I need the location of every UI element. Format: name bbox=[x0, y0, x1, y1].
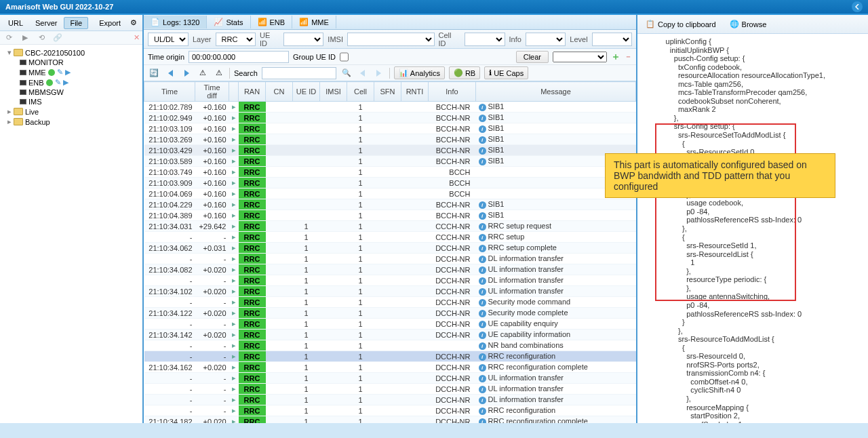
column-header[interactable]: SFN bbox=[374, 82, 401, 102]
browse-label: Browse bbox=[742, 20, 767, 28]
browse-button[interactable]: 🌐 Browse bbox=[726, 18, 771, 30]
column-header[interactable] bbox=[229, 82, 239, 102]
play-icon[interactable]: ▶ bbox=[19, 32, 31, 44]
table-row[interactable]: 21:10:03.589+0.160▸RRC1BCCH-NRiSIB1 bbox=[144, 156, 636, 167]
tree-node[interactable]: IMS bbox=[3, 97, 140, 106]
table-row[interactable]: --▸RRC11DCCH-NRiUE capability enquiry bbox=[144, 319, 636, 330]
table-row[interactable]: --▸RRC11DCCH-NRiUL information transfer bbox=[144, 384, 636, 395]
table-row[interactable]: 21:10:03.269+0.160▸RRC1BCCH-NRiSIB1 bbox=[144, 134, 636, 145]
info-icon: i bbox=[479, 201, 486, 209]
level-select[interactable] bbox=[592, 33, 632, 46]
table-row[interactable]: 21:10:04.229+0.160▸RRC1BCCH-NRiSIB1 bbox=[144, 199, 636, 210]
tree-node[interactable]: ▸Live bbox=[3, 106, 140, 117]
table-row[interactable]: 21:10:34.162+0.020▸RRC11DCCH-NRiRRC reco… bbox=[144, 362, 636, 373]
table-row[interactable]: --▸RRC11DCCH-NRiSecurity mode command bbox=[144, 297, 636, 308]
table-row[interactable]: --▸RRC11DCCH-NRiUL information transfer bbox=[144, 373, 636, 384]
tree-label: MBMSGW bbox=[28, 88, 64, 96]
table-row[interactable]: 21:10:03.909+0.160▸RRC1BCCH bbox=[144, 178, 636, 188]
refresh-icon[interactable]: ⟳ bbox=[3, 32, 15, 44]
column-header[interactable]: RAN bbox=[239, 82, 266, 102]
table-row[interactable]: 21:10:34.142+0.020▸RRC11DCCH-NRiUE capab… bbox=[144, 330, 636, 340]
nav-fwd-icon[interactable] bbox=[180, 67, 193, 79]
tab-mme[interactable]: 📶 MME bbox=[292, 16, 336, 28]
gear-icon[interactable]: ⚙ bbox=[127, 17, 140, 29]
tree-node[interactable]: ▾CBC-2021050100 bbox=[3, 47, 140, 58]
cell-select[interactable] bbox=[465, 33, 505, 46]
tree-node[interactable]: MBMSGW bbox=[3, 87, 140, 97]
column-header[interactable]: Info bbox=[429, 82, 476, 102]
uecaps-button[interactable]: ℹ UE Caps bbox=[484, 66, 528, 79]
ueid-select[interactable] bbox=[283, 33, 323, 46]
table-row[interactable]: 21:10:03.429+0.160▸RRC1BCCH-NRiSIB1 bbox=[144, 145, 636, 156]
code-view[interactable]: uplinkConfig { initialUplinkBWP { pusch-… bbox=[637, 34, 868, 423]
nav-back-icon[interactable] bbox=[164, 67, 176, 79]
table-row[interactable]: 21:10:34.062+0.031▸RRC11DCCH-NRiRRC setu… bbox=[144, 243, 636, 254]
search-next-icon[interactable] bbox=[373, 67, 385, 79]
table-row[interactable]: 21:10:04.389+0.160▸RRC1BCCH-NRiSIB1 bbox=[144, 210, 636, 221]
copy-button[interactable]: 📋 Copy to clipboard bbox=[642, 18, 720, 30]
warning-icon[interactable]: ⚠ bbox=[197, 67, 209, 79]
uldl-select[interactable]: UL/DL bbox=[148, 33, 189, 46]
table-row[interactable]: --▸RRC11DCCH-NRiDL information transfer bbox=[144, 395, 636, 405]
table-row[interactable]: --▸RRC11DCCH-NRiRRC reconfiguration bbox=[144, 405, 636, 416]
refresh-icon[interactable]: 🔄 bbox=[148, 67, 160, 79]
tree-node[interactable]: MONITOR bbox=[3, 58, 140, 67]
table-row[interactable]: --▸RRC11CCCH-NRiRRC setup bbox=[144, 232, 636, 243]
log-table-wrap[interactable]: TimeTime diffRANCNUE IDIMSICellSFNRNTIIn… bbox=[144, 81, 636, 423]
export-button[interactable]: Export bbox=[94, 18, 126, 28]
url-button[interactable]: URL bbox=[3, 18, 28, 28]
tab-stats[interactable]: 📈 Stats bbox=[207, 16, 250, 28]
column-header[interactable]: RNTI bbox=[401, 82, 429, 102]
table-row[interactable]: --▸RRC11DCCH-NRiDL information transfer bbox=[144, 275, 636, 286]
clear-button[interactable]: Clear bbox=[516, 51, 549, 63]
analytics-button[interactable]: 📊 Analytics bbox=[394, 66, 445, 79]
column-header[interactable]: Message bbox=[476, 82, 636, 102]
info-select[interactable] bbox=[526, 33, 566, 46]
imsi-select[interactable] bbox=[347, 33, 435, 46]
table-row[interactable]: 21:10:34.102+0.020▸RRC11DCCH-NRiUL infor… bbox=[144, 286, 636, 297]
column-header[interactable]: UE ID bbox=[293, 82, 320, 102]
group-ueid-checkbox[interactable] bbox=[340, 51, 349, 63]
table-row[interactable]: --▸RRC11DCCH-NRiRRC reconfiguration bbox=[144, 351, 636, 362]
tree-node[interactable]: MME ✎ ▶ bbox=[3, 67, 140, 77]
table-row[interactable]: 21:10:34.031+29.642▸RRC11CCCH-NRiRRC set… bbox=[144, 221, 636, 232]
tree-node[interactable]: ENB ✎ ▶ bbox=[3, 77, 140, 87]
file-button[interactable]: File bbox=[64, 17, 88, 29]
table-row[interactable]: 21:10:34.182+0.020▸RRC11DCCH-NRiRRC reco… bbox=[144, 416, 636, 424]
link-icon[interactable]: 🔗 bbox=[52, 32, 64, 44]
table-row[interactable]: 21:10:02.949+0.160▸RRC1BCCH-NRiSIB1 bbox=[144, 113, 636, 123]
table-row[interactable]: --▸RRC11iNR band combinations bbox=[144, 340, 636, 351]
search-input[interactable] bbox=[262, 67, 336, 79]
close-icon[interactable]: ✕ bbox=[134, 33, 140, 42]
tab-logs[interactable]: 📄 Logs: 1320 bbox=[144, 16, 207, 28]
table-row[interactable]: 21:10:34.122+0.020▸RRC11DCCH-NRiSecurity… bbox=[144, 308, 636, 319]
remove-filter-icon[interactable]: － bbox=[625, 52, 632, 62]
server-button[interactable]: Server bbox=[30, 18, 62, 28]
info-icon: i bbox=[479, 321, 486, 328]
tab-enb[interactable]: 📶 ENB bbox=[251, 16, 293, 28]
table-row[interactable]: 21:10:03.109+0.160▸RRC1BCCH-NRiSIB1 bbox=[144, 123, 636, 134]
alert-icon[interactable]: ⚠ bbox=[213, 67, 225, 79]
table-row[interactable]: 21:10:04.069+0.160▸RRC1BCCH bbox=[144, 188, 636, 199]
time-origin-input[interactable] bbox=[189, 51, 289, 63]
table-row[interactable]: 21:10:34.082+0.020▸RRC11DCCH-NRiUL infor… bbox=[144, 264, 636, 275]
sync-icon[interactable]: ⟲ bbox=[35, 32, 47, 44]
table-row[interactable]: 21:10:03.749+0.160▸RRC1BCCH bbox=[144, 167, 636, 178]
column-header[interactable]: Time diff bbox=[195, 82, 229, 102]
column-header[interactable]: CN bbox=[266, 82, 293, 102]
layer-select[interactable]: RRC bbox=[216, 33, 256, 46]
rb-button[interactable]: 🟢 RB bbox=[449, 66, 480, 79]
table-row[interactable]: 21:10:02.789+0.160▸RRC1BCCH-NRiSIB1 bbox=[144, 102, 636, 113]
filter-preset-select[interactable] bbox=[553, 52, 607, 62]
column-header[interactable]: Cell bbox=[347, 82, 374, 102]
column-header[interactable]: Time bbox=[144, 82, 195, 102]
time-origin-label: Time origin bbox=[148, 53, 184, 61]
column-header[interactable]: IMSI bbox=[320, 82, 347, 102]
tree-node[interactable]: ▸Backup bbox=[3, 117, 140, 127]
binoculars-icon[interactable]: 🔍 bbox=[340, 67, 353, 79]
collapse-icon[interactable] bbox=[852, 1, 863, 12]
app-title: Amarisoft Web GUI 2022-10-27 bbox=[5, 3, 852, 11]
table-row[interactable]: --▸RRC11DCCH-NRiDL information transfer bbox=[144, 254, 636, 264]
search-prev-icon[interactable] bbox=[357, 67, 369, 79]
add-filter-icon[interactable]: ＋ bbox=[611, 51, 620, 63]
